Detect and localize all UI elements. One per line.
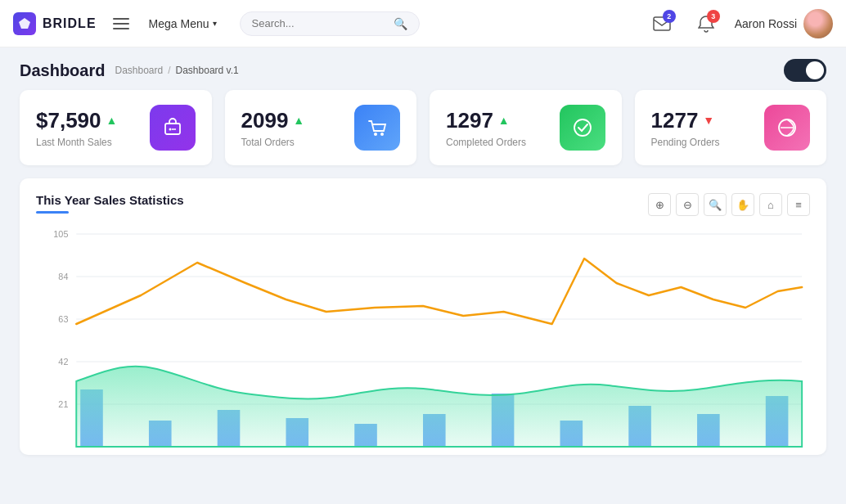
stat-trend-completed: ▲: [498, 114, 510, 127]
chart-section: This Year Sales Statistics ⊕ ⊖ 🔍 ✋ ⌂ ≡ 1…: [20, 178, 826, 455]
stat-label-sales: Last Month Sales: [36, 137, 117, 148]
stat-trend-sales: ▲: [106, 114, 118, 127]
chevron-down-icon: ▾: [213, 19, 217, 28]
search-box: 🔍: [240, 11, 420, 36]
chart-tools: ⊕ ⊖ 🔍 ✋ ⌂ ≡: [648, 193, 810, 216]
stat-icon-sales: [150, 105, 196, 151]
stat-card-completed: 1297 ▲ Completed Orders: [430, 90, 622, 165]
toggle-knob: [806, 61, 824, 79]
stat-info-orders: 2099 ▲ Total Orders: [241, 108, 305, 148]
stat-trend-pending: ▼: [703, 114, 714, 127]
stat-trend-orders: ▲: [293, 114, 304, 127]
breadcrumb-area: Dashboard Dashboard / Dashboard v.1: [0, 47, 846, 90]
page-title: Dashboard: [20, 61, 105, 80]
dark-mode-toggle[interactable]: [784, 59, 826, 82]
breadcrumb-separator: /: [168, 65, 170, 76]
stat-icon-completed: [560, 105, 605, 151]
notifications-button[interactable]: 3: [691, 8, 722, 39]
stat-value-pending: 1277 ▼: [651, 108, 720, 133]
mega-menu-label: Mega Menu: [149, 17, 209, 30]
logo-icon: [13, 12, 36, 35]
stat-icon-pending: [764, 105, 810, 151]
svg-marker-0: [19, 18, 30, 29]
svg-point-6: [574, 119, 591, 136]
stat-card-orders: 2099 ▲ Total Orders: [225, 90, 417, 165]
chart-header: This Year Sales Statistics ⊕ ⊖ 🔍 ✋ ⌂ ≡: [36, 193, 810, 216]
header-right: 2 3 Aaron Rossi: [646, 8, 833, 39]
svg-text:21: 21: [58, 399, 68, 409]
user-name: Aaron Rossi: [735, 17, 797, 30]
stat-label-completed: Completed Orders: [446, 137, 526, 148]
header: BRIDLE Mega Menu ▾ 🔍 2 3 Aaron Rossi: [0, 0, 846, 47]
stat-value-completed: 1297 ▲: [446, 108, 526, 133]
menu-button[interactable]: ≡: [787, 193, 810, 216]
stat-icon-orders: [354, 105, 400, 151]
stat-label-pending: Pending Orders: [651, 137, 720, 148]
logo-text: BRIDLE: [43, 16, 97, 31]
notif-badge: 3: [707, 10, 720, 23]
home-button[interactable]: ⌂: [759, 193, 782, 216]
chart-title-area: This Year Sales Statistics: [36, 193, 184, 214]
chart-title: This Year Sales Statistics: [36, 193, 184, 207]
page-title-section: Dashboard Dashboard / Dashboard v.1: [20, 61, 239, 80]
breadcrumb-current: Dashboard v.1: [176, 65, 239, 76]
svg-text:63: 63: [58, 314, 68, 324]
zoom-in-button[interactable]: ⊕: [648, 193, 671, 216]
mail-badge: 2: [663, 10, 676, 23]
chart-underline: [36, 211, 69, 214]
avatar: [803, 9, 833, 38]
breadcrumb-link-1[interactable]: Dashboard: [115, 65, 163, 76]
user-area[interactable]: Aaron Rossi: [735, 9, 833, 38]
logo-area: BRIDLE: [13, 12, 97, 35]
svg-text:84: 84: [58, 272, 68, 281]
pan-button[interactable]: ✋: [731, 193, 754, 216]
chart-svg: 105 84 63 42 21: [36, 218, 810, 455]
mega-menu-button[interactable]: Mega Menu ▾: [142, 14, 223, 34]
search-input[interactable]: [252, 17, 387, 29]
breadcrumb: Dashboard / Dashboard v.1: [115, 65, 238, 76]
svg-point-4: [374, 133, 377, 136]
svg-point-3: [169, 128, 171, 131]
cards-row: $7,590 ▲ Last Month Sales 2099 ▲ Total O…: [0, 90, 846, 178]
zoom-search-button[interactable]: 🔍: [704, 193, 727, 216]
svg-text:42: 42: [58, 357, 68, 367]
stat-card-sales: $7,590 ▲ Last Month Sales: [20, 90, 212, 165]
stat-info-pending: 1277 ▼ Pending Orders: [651, 108, 720, 148]
hamburger-button[interactable]: [110, 15, 133, 33]
stat-value-sales: $7,590 ▲: [36, 108, 117, 133]
svg-text:105: 105: [53, 229, 68, 239]
stat-info-completed: 1297 ▲ Completed Orders: [446, 108, 526, 148]
stat-label-orders: Total Orders: [241, 137, 305, 148]
stat-info-sales: $7,590 ▲ Last Month Sales: [36, 108, 117, 148]
mail-button[interactable]: 2: [646, 8, 677, 39]
stat-value-orders: 2099 ▲: [241, 108, 305, 133]
chart-container: 105 84 63 42 21: [36, 218, 810, 455]
search-icon: 🔍: [394, 17, 407, 30]
svg-point-5: [380, 133, 384, 136]
stat-card-pending: 1277 ▼ Pending Orders: [635, 90, 827, 165]
zoom-out-button[interactable]: ⊖: [676, 193, 699, 216]
